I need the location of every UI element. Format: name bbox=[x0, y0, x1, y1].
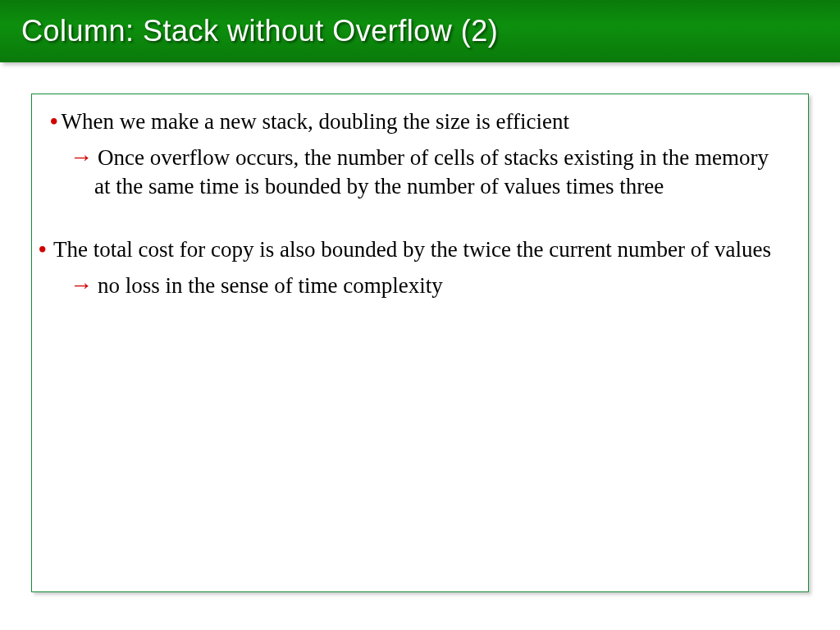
bullet-item: •The total cost for copy is also bounded… bbox=[50, 235, 790, 264]
slide-title: Column: Stack without Overflow (2) bbox=[21, 14, 498, 48]
content-box: •When we make a new stack, doubling the … bbox=[31, 94, 809, 592]
arrow-sub-item: →no loss in the sense of time complexity bbox=[50, 271, 790, 300]
arrow-text: no loss in the sense of time complexity bbox=[98, 273, 443, 298]
bullet-icon: • bbox=[50, 107, 57, 136]
title-bar: Column: Stack without Overflow (2) bbox=[0, 0, 840, 62]
bullet-text: The total cost for copy is also bounded … bbox=[53, 237, 771, 262]
arrow-sub-item: →Once overflow occurs, the number of cel… bbox=[50, 143, 790, 201]
arrow-icon: → bbox=[70, 272, 93, 298]
arrow-text: Once overflow occurs, the number of cell… bbox=[94, 145, 769, 199]
bullet-item: •When we make a new stack, doubling the … bbox=[50, 107, 790, 136]
bullet-text: When we make a new stack, doubling the s… bbox=[61, 109, 569, 134]
arrow-icon: → bbox=[70, 144, 93, 170]
